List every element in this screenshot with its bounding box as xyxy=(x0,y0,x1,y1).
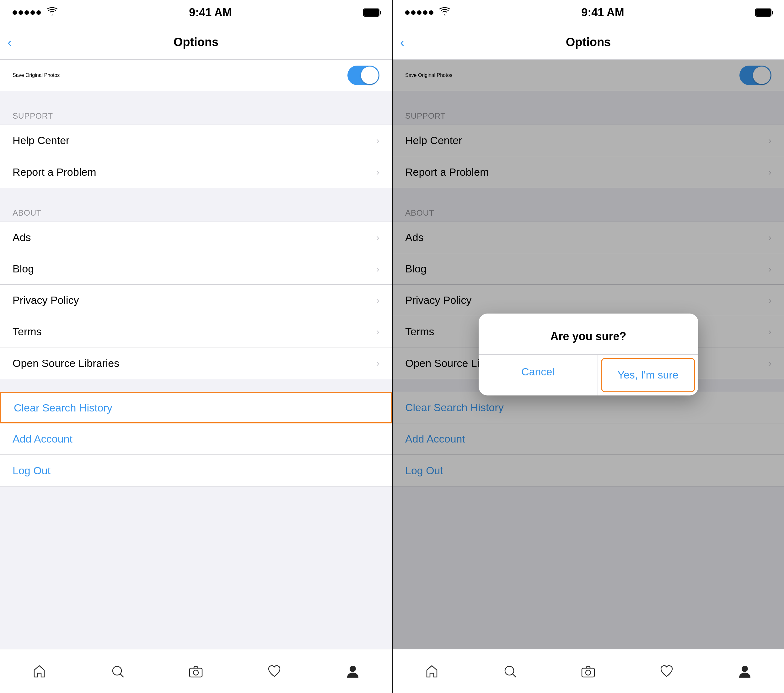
terms-left[interactable]: Terms › xyxy=(0,316,392,347)
status-left-right xyxy=(405,7,450,18)
save-original-text: Save Original Photos xyxy=(13,72,59,78)
ads-text-left: Ads xyxy=(13,231,31,244)
about-header-left: ABOUT xyxy=(0,201,392,222)
signal-dot-1 xyxy=(13,10,17,15)
back-button-right[interactable]: ‹ xyxy=(400,36,404,49)
status-right-left xyxy=(363,8,379,16)
tab-heart-left[interactable] xyxy=(262,659,287,684)
ads-left[interactable]: Ads › xyxy=(0,222,392,253)
about-list-left: Ads › Blog › Privacy Policy › Terms › Op… xyxy=(0,222,392,379)
open-source-left[interactable]: Open Source Libraries › xyxy=(0,347,392,379)
blog-chevron-left: › xyxy=(376,263,379,274)
battery-fill-right xyxy=(756,10,771,16)
blog-left[interactable]: Blog › xyxy=(0,253,392,285)
status-left xyxy=(13,7,58,18)
back-chevron-right: ‹ xyxy=(400,36,404,49)
back-chevron-left: ‹ xyxy=(8,36,12,49)
svg-line-1 xyxy=(120,674,124,677)
ads-chevron-left: › xyxy=(376,232,379,243)
report-problem-text-left: Report a Problem xyxy=(13,166,96,178)
alert-confirm-label: Yes, I'm sure xyxy=(618,369,678,381)
nav-title-right: Options xyxy=(566,35,611,49)
report-problem-left[interactable]: Report a Problem › xyxy=(0,156,392,188)
log-out-left[interactable]: Log Out xyxy=(0,455,392,486)
report-problem-chevron-left: › xyxy=(376,167,379,177)
status-time-left: 9:41 AM xyxy=(189,6,232,19)
actions-list-left: Clear Search History Add Account Log Out xyxy=(0,392,392,487)
tab-profile-right[interactable] xyxy=(732,659,757,684)
status-bar-right: 9:41 AM xyxy=(393,0,784,25)
svg-rect-2 xyxy=(189,668,202,677)
battery-icon-left xyxy=(363,8,379,16)
tab-home-left[interactable] xyxy=(27,659,52,684)
status-time-right: 9:41 AM xyxy=(581,6,624,19)
signal-dot-r5 xyxy=(429,10,433,15)
alert-cancel-label: Cancel xyxy=(521,365,555,378)
toggle-thumb-left xyxy=(361,66,379,84)
signal-dot-r3 xyxy=(417,10,422,15)
terms-chevron-left: › xyxy=(376,326,379,337)
alert-buttons: Cancel Yes, I'm sure xyxy=(479,355,698,395)
alert-confirm-button[interactable]: Yes, I'm sure xyxy=(601,358,695,392)
terms-text-left: Terms xyxy=(13,326,42,338)
tab-camera-left[interactable] xyxy=(183,659,208,684)
add-account-left[interactable]: Add Account xyxy=(0,423,392,455)
tab-home-right[interactable] xyxy=(419,659,445,684)
signal-dots xyxy=(13,10,41,15)
help-center-left[interactable]: Help Center › xyxy=(0,125,392,156)
tab-camera-right[interactable] xyxy=(576,659,601,684)
tab-search-right[interactable] xyxy=(497,659,522,684)
wifi-icon-right xyxy=(439,7,450,18)
tab-search-left[interactable] xyxy=(105,659,130,684)
privacy-policy-chevron-left: › xyxy=(376,295,379,306)
content-left: Save Original Photos SUPPORT Help Center… xyxy=(0,59,392,649)
svg-point-9 xyxy=(742,666,748,672)
right-panel: 9:41 AM ‹ Options Save Original Photos S… xyxy=(392,0,784,693)
clear-search-left[interactable]: Clear Search History xyxy=(0,392,392,423)
wifi-icon xyxy=(46,7,58,18)
signal-dots-right xyxy=(405,10,433,15)
signal-dot-3 xyxy=(25,10,29,15)
alert-dialog: Are you sure? Cancel Yes, I'm sure xyxy=(479,314,698,395)
left-panel: 9:41 AM ‹ Options Save Original Photos S… xyxy=(0,0,392,693)
gap-2-left xyxy=(0,188,392,201)
signal-dot-r2 xyxy=(411,10,415,15)
svg-point-8 xyxy=(586,670,591,675)
battery-icon-right xyxy=(755,8,771,16)
svg-point-3 xyxy=(193,670,198,675)
privacy-policy-left[interactable]: Privacy Policy › xyxy=(0,285,392,316)
nav-bar-left: ‹ Options xyxy=(0,25,392,59)
gap-3-left xyxy=(0,379,392,392)
status-bar-left: 9:41 AM xyxy=(0,0,392,25)
save-original-photos-left: Save Original Photos xyxy=(0,59,392,91)
tab-bar-left xyxy=(0,649,392,693)
alert-btn-divider xyxy=(598,355,598,395)
gap-1-left xyxy=(0,91,392,104)
tab-bar-right xyxy=(393,649,784,693)
signal-dot-5 xyxy=(36,10,41,15)
signal-dot-r1 xyxy=(405,10,410,15)
battery-fill xyxy=(364,10,379,16)
support-list-left: Help Center › Report a Problem › xyxy=(0,125,392,188)
save-toggle-left[interactable] xyxy=(348,66,379,85)
alert-cancel-button[interactable]: Cancel xyxy=(479,355,598,389)
add-account-text-left: Add Account xyxy=(13,433,72,445)
open-source-chevron-left: › xyxy=(376,358,379,369)
help-center-text-left: Help Center xyxy=(13,134,69,147)
tab-heart-right[interactable] xyxy=(654,659,679,684)
status-right-right xyxy=(755,8,771,16)
signal-dot-r4 xyxy=(423,10,427,15)
section-support-left: SUPPORT Help Center › Report a Problem › xyxy=(0,104,392,188)
svg-point-4 xyxy=(350,666,356,672)
privacy-policy-text-left: Privacy Policy xyxy=(13,294,79,306)
svg-rect-7 xyxy=(582,668,595,677)
alert-title: Are you sure? xyxy=(479,314,698,354)
modal-overlay: Are you sure? Cancel Yes, I'm sure xyxy=(393,59,784,649)
nav-bar-right: ‹ Options xyxy=(393,25,784,59)
clear-search-text-left: Clear Search History xyxy=(14,402,112,414)
log-out-text-left: Log Out xyxy=(13,464,51,477)
tab-profile-left[interactable] xyxy=(340,659,365,684)
back-button-left[interactable]: ‹ xyxy=(8,36,12,49)
nav-title-left: Options xyxy=(173,35,219,49)
signal-dot-4 xyxy=(30,10,35,15)
